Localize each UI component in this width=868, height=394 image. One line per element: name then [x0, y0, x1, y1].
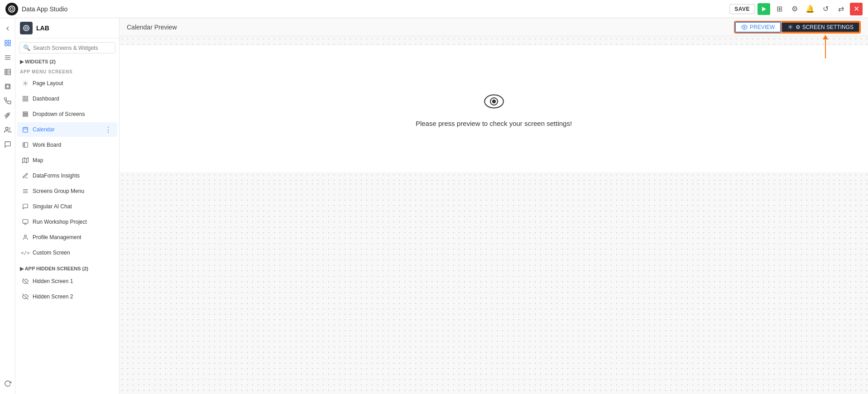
screens-group-label: Screens Group Menu [33, 188, 100, 194]
preview-settings-group: PREVIEW ⚙ SCREEN SETTINGS [734, 21, 861, 34]
search-input[interactable] [33, 45, 111, 51]
svg-rect-22 [23, 99, 25, 101]
svg-point-0 [9, 6, 15, 12]
sidebar-search-bar[interactable]: 🔍 [19, 42, 115, 53]
map-icon [22, 157, 29, 164]
svg-point-44 [743, 26, 745, 28]
sidebar-item-profile[interactable]: Profile Management ⋮ [17, 230, 117, 245]
canvas-bottom-dotted [120, 181, 868, 394]
sidebar-item-dropdown[interactable]: Dropdown of Screens ⋮ [17, 107, 117, 121]
sidebar-item-map[interactable]: Map ⋮ [17, 153, 117, 168]
svg-point-17 [24, 25, 29, 31]
work-board-icon [22, 141, 29, 149]
rail-table-icon[interactable] [1, 65, 14, 79]
svg-marker-2 [762, 7, 766, 11]
rail-tools-icon[interactable] [1, 109, 14, 122]
page-layout-icon [22, 80, 29, 87]
rail-refresh-icon[interactable] [1, 377, 14, 390]
rail-chat-icon[interactable] [1, 138, 14, 151]
svg-rect-15 [6, 85, 9, 88]
page-layout-label: Page Layout [33, 80, 100, 86]
sidebar-item-run-workshop[interactable]: Run Workshop Project ⋮ [17, 215, 117, 229]
preview-eye-icon [483, 91, 505, 112]
run-workshop-icon [22, 218, 29, 226]
content-area: Calendar Preview PREVIEW ⚙ SCREEN SETTIN… [120, 18, 868, 394]
calendar-icon [22, 126, 29, 133]
calendar-menu-icon[interactable]: ⋮ [104, 125, 113, 134]
svg-rect-23 [26, 99, 28, 101]
sidebar-item-dashboard[interactable]: Dashboard ⋮ [17, 91, 117, 106]
sidebar-item-calendar[interactable]: Calendar ⋮ [17, 122, 117, 137]
hidden-1-icon [22, 278, 29, 285]
svg-rect-3 [5, 40, 7, 43]
rail-apps-icon[interactable] [1, 36, 14, 50]
main-layout: LAB 🔍 ▶ WIDGETS (2) APP MENU SCREENS Pag… [0, 18, 868, 394]
content-title: Calendar Preview [127, 24, 730, 31]
dataforms-icon [22, 172, 29, 179]
svg-point-48 [492, 100, 495, 102]
sidebar-item-dataforms[interactable]: DataForms Insights ⋮ [17, 168, 117, 183]
preview-label: PREVIEW [750, 24, 775, 30]
share-icon-btn[interactable]: ⇄ [834, 3, 847, 15]
save-button[interactable]: SAVE [729, 4, 755, 14]
sidebar-item-page-layout[interactable]: Page Layout ⋮ [17, 76, 117, 91]
sidebar-item-work-board[interactable]: Work Board ⋮ [17, 138, 117, 152]
screen-settings-label: ⚙ SCREEN SETTINGS [796, 24, 854, 30]
svg-rect-10 [5, 69, 10, 75]
svg-rect-4 [8, 40, 10, 43]
rail-users-icon[interactable] [1, 123, 14, 137]
svg-rect-27 [23, 127, 28, 132]
profile-icon [22, 234, 29, 241]
dashboard-label: Dashboard [33, 96, 100, 102]
rail-back-icon[interactable] [1, 22, 14, 35]
preview-button[interactable]: PREVIEW [735, 22, 781, 33]
svg-point-45 [790, 26, 791, 28]
svg-point-41 [24, 235, 27, 237]
screen-settings-button[interactable]: ⚙ SCREEN SETTINGS [781, 22, 860, 33]
calendar-label: Calendar [33, 126, 100, 133]
layout-icon-btn[interactable]: ⊞ [773, 3, 786, 15]
svg-marker-32 [23, 158, 29, 163]
sidebar-item-screens-group[interactable]: Screens Group Menu ⋮ [17, 184, 117, 198]
svg-rect-25 [23, 114, 28, 115]
run-workshop-label: Run Workshop Project [33, 219, 100, 225]
rail-target-icon[interactable] [1, 94, 14, 108]
sidebar: LAB 🔍 ▶ WIDGETS (2) APP MENU SCREENS Pag… [15, 18, 120, 394]
map-label: Map [33, 157, 100, 163]
notifications-icon-btn[interactable]: 🔔 [804, 3, 816, 15]
history-icon-btn[interactable]: ↺ [819, 3, 832, 15]
sidebar-item-hidden-2[interactable]: Hidden Screen 2 ⋮ [17, 289, 117, 304]
svg-rect-21 [26, 96, 28, 98]
run-button[interactable] [758, 3, 770, 15]
hidden-2-label: Hidden Screen 2 [33, 293, 100, 300]
arrow-indicator [823, 35, 828, 58]
topbar: Data App Studio SAVE ⊞ ⚙ 🔔 ↺ ⇄ ✕ [0, 0, 868, 18]
canvas-main: Please press preview to check your scree… [120, 45, 868, 172]
svg-point-1 [10, 8, 13, 10]
profile-label: Profile Management [33, 234, 100, 240]
sidebar-item-custom-screen[interactable]: </> Custom Screen ⋮ [17, 245, 117, 260]
app-menu-section-label: APP MENU SCREENS [15, 67, 119, 76]
svg-rect-38 [23, 220, 28, 223]
icon-rail [0, 18, 15, 394]
settings-icon-btn[interactable]: ⚙ [788, 3, 801, 15]
action-buttons-frame: PREVIEW ⚙ SCREEN SETTINGS [734, 21, 861, 34]
rail-list-icon[interactable] [1, 51, 14, 64]
sidebar-logo [20, 22, 33, 34]
svg-point-16 [5, 127, 8, 130]
rail-layers-icon[interactable] [1, 80, 14, 93]
canvas-mid-dotted [120, 172, 868, 181]
sidebar-item-hidden-1[interactable]: Hidden Screen 1 ⋮ [17, 274, 117, 288]
dataforms-label: DataForms Insights [33, 173, 100, 179]
work-board-label: Work Board [33, 142, 100, 148]
content-header: Calendar Preview PREVIEW ⚙ SCREEN SETTIN… [120, 18, 868, 36]
close-button[interactable]: ✕ [850, 3, 863, 15]
screens-group-icon [22, 187, 29, 195]
search-icon: 🔍 [23, 44, 30, 51]
svg-rect-31 [23, 143, 28, 148]
custom-screen-icon: </> [22, 249, 29, 256]
sidebar-item-singular-ai[interactable]: Singular AI Chat ⋮ [17, 199, 117, 214]
widgets-collapse[interactable]: ▶ WIDGETS (2) [15, 57, 119, 67]
sidebar-app-name: LAB [36, 24, 49, 32]
hidden-screens-collapse[interactable]: ▶ APP HIDDEN SCREENS (2) [15, 264, 119, 274]
